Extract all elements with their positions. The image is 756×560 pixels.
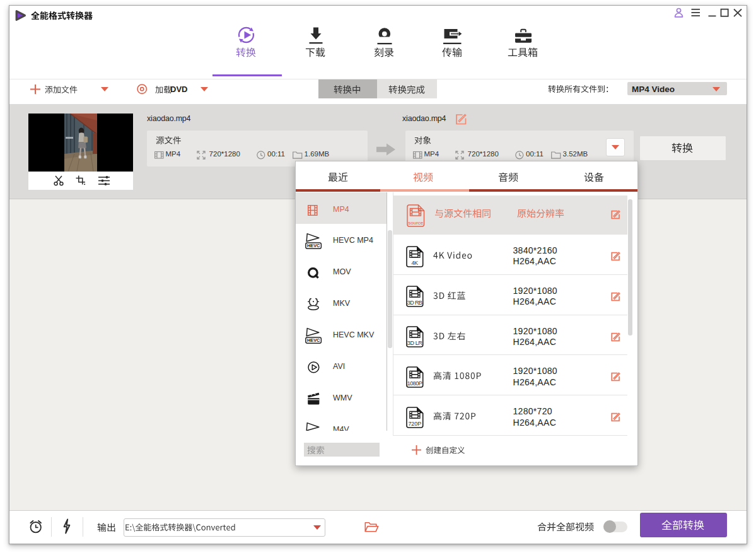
svg-text:HEVC: HEVC — [307, 337, 320, 343]
svg-text:1080P: 1080P — [407, 380, 422, 387]
svg-text:HEVC: HEVC — [307, 243, 320, 248]
svg-text:source: source — [408, 220, 424, 226]
svg-text:4K: 4K — [412, 259, 418, 265]
svg-text:720P: 720P — [408, 421, 421, 427]
svg-text:3D RB: 3D RB — [407, 300, 422, 306]
svg-text:3D LR: 3D LR — [407, 340, 423, 346]
